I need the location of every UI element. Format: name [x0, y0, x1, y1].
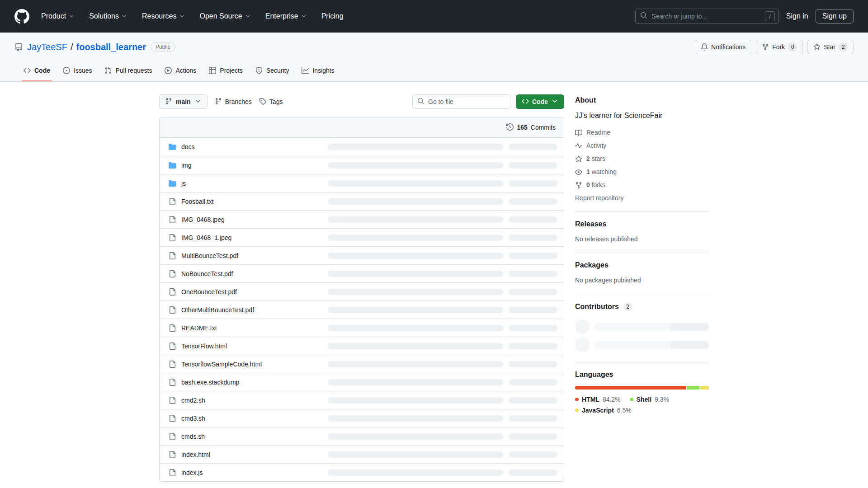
tab-projects[interactable]: Projects: [203, 60, 249, 81]
file-name-link[interactable]: docs: [181, 143, 195, 150]
branch-selector[interactable]: main: [159, 94, 208, 109]
button-label: Star: [824, 43, 835, 51]
file-row[interactable]: README.txt: [160, 319, 564, 337]
global-search-input[interactable]: [651, 12, 761, 20]
go-to-file[interactable]: [412, 94, 510, 109]
file-name-link[interactable]: Foosball.txt: [181, 198, 214, 205]
file-name-link[interactable]: IMG_0468_1.jpeg: [181, 234, 231, 241]
sign-up-button[interactable]: Sign up: [816, 9, 854, 23]
tab-code[interactable]: Code: [17, 60, 57, 81]
file-name-link[interactable]: bash.exe.stackdump: [181, 379, 239, 386]
commit-date-skeleton: [509, 307, 557, 313]
file-name-link[interactable]: img: [181, 162, 192, 169]
file-name-link[interactable]: README.txt: [181, 324, 217, 332]
tag-icon: [259, 98, 266, 106]
repo-name-link[interactable]: foosball_learner: [76, 42, 146, 52]
file-row[interactable]: MultiBounceTest.pdf: [160, 246, 564, 264]
nav-solutions[interactable]: Solutions: [89, 9, 135, 24]
language-shell[interactable]: Shell9.3%: [630, 396, 669, 403]
tab-security[interactable]: Security: [249, 60, 296, 81]
file-row[interactable]: bash.exe.stackdump: [160, 373, 564, 391]
search-icon: [640, 12, 647, 21]
file-row[interactable]: index.js: [160, 463, 564, 481]
github-logo-icon[interactable]: [14, 9, 29, 24]
file-name-link[interactable]: NoBounceTest.pdf: [181, 270, 233, 277]
commit-date-skeleton: [509, 253, 557, 259]
language-segment-javascript: [700, 386, 709, 389]
tags-link[interactable]: Tags: [259, 98, 283, 106]
language-javascript[interactable]: JavaScript6.5%: [575, 407, 632, 414]
report-repository-link[interactable]: Report repository: [575, 194, 709, 202]
file-row[interactable]: js: [160, 174, 564, 192]
file-row[interactable]: TensorflowSampleCode.html: [160, 355, 564, 373]
file-name-link[interactable]: TensorflowSampleCode.html: [181, 361, 262, 368]
file-row[interactable]: TensorFlow.html: [160, 337, 564, 355]
tab-actions[interactable]: Actions: [158, 60, 203, 81]
commit-message-skeleton: [328, 325, 503, 331]
tab-pull-requests[interactable]: Pull requests: [98, 60, 158, 81]
commit-date-skeleton: [509, 235, 557, 241]
go-to-file-input[interactable]: [427, 98, 505, 106]
file-name-link[interactable]: TensorFlow.html: [181, 343, 227, 350]
nav-enterprise[interactable]: Enterprise: [265, 9, 314, 24]
commit-message-skeleton: [328, 198, 503, 205]
file-name-link[interactable]: MultiBounceTest.pdf: [181, 252, 238, 259]
about-readme-link[interactable]: Readme: [575, 128, 709, 137]
file-row[interactable]: NoBounceTest.pdf: [160, 264, 564, 282]
shield-icon: [255, 67, 263, 74]
fork-icon: [762, 43, 769, 51]
branches-link[interactable]: Branches: [215, 98, 252, 106]
file-name-link[interactable]: OneBounceTest.pdf: [181, 288, 237, 296]
language-html[interactable]: HTML84.2%: [575, 396, 621, 403]
fork-button[interactable]: Fork0: [756, 40, 803, 54]
nav-label: Enterprise: [265, 12, 298, 20]
file-row[interactable]: Foosball.txt: [160, 192, 564, 210]
about-forks-link[interactable]: 0 forks: [575, 180, 709, 190]
tab-issues[interactable]: Issues: [57, 60, 98, 81]
about-watching-link[interactable]: 1 watching: [575, 167, 709, 177]
file-row[interactable]: img: [160, 156, 564, 174]
about-activity-link[interactable]: Activity: [575, 141, 709, 150]
nav-resources[interactable]: Resources: [142, 9, 192, 24]
commit-date-skeleton: [509, 162, 557, 169]
file-row[interactable]: cmd2.sh: [160, 391, 564, 409]
file-name-link[interactable]: cmd3.sh: [181, 415, 205, 422]
file-row[interactable]: docs: [160, 138, 564, 156]
global-search[interactable]: /: [635, 9, 779, 24]
nav-product[interactable]: Product: [41, 9, 82, 24]
file-row[interactable]: index.html: [160, 445, 564, 463]
owner-link[interactable]: JayTeeSF: [27, 42, 67, 52]
file-row[interactable]: cmds.sh: [160, 427, 564, 445]
file-icon: [169, 198, 176, 205]
file-name-link[interactable]: index.js: [181, 469, 203, 476]
sign-in-link[interactable]: Sign in: [786, 12, 808, 20]
packages-section: Packages No packages published: [575, 253, 709, 294]
file-name-link[interactable]: cmd2.sh: [181, 397, 205, 404]
commit-message-skeleton: [328, 216, 503, 223]
contributors-count-badge: 2: [623, 302, 632, 311]
graph-icon: [302, 67, 309, 74]
file-row[interactable]: IMG_0468.jpeg: [160, 210, 564, 228]
tab-insights[interactable]: Insights: [295, 60, 340, 81]
nav-pricing[interactable]: Pricing: [321, 9, 351, 24]
notifications-button[interactable]: Notifications: [695, 40, 751, 54]
file-row[interactable]: cmd3.sh: [160, 409, 564, 427]
project-icon: [209, 67, 216, 74]
about-stars-link[interactable]: 2 stars: [575, 154, 709, 164]
about-section: About JJ's learner for ScienceFair Readm…: [575, 96, 709, 211]
file-row[interactable]: OtherMultiBounceTest.pdf: [160, 300, 564, 319]
file-name-link[interactable]: js: [181, 180, 186, 187]
nav-open-source[interactable]: Open Source: [199, 9, 258, 24]
commits-link[interactable]: 165 Commits: [506, 123, 556, 132]
file-name-link[interactable]: OtherMultiBounceTest.pdf: [181, 306, 254, 314]
file-name-link[interactable]: index.html: [181, 451, 210, 458]
star-button[interactable]: Star2: [807, 40, 854, 54]
commit-date-skeleton: [509, 325, 557, 331]
file-name-link[interactable]: cmds.sh: [181, 433, 205, 440]
file-row[interactable]: IMG_0468_1.jpeg: [160, 228, 564, 246]
code-button[interactable]: Code: [516, 94, 564, 109]
tab-label: Issues: [74, 67, 92, 74]
file-name-link[interactable]: IMG_0468.jpeg: [181, 216, 225, 223]
file-row[interactable]: OneBounceTest.pdf: [160, 282, 564, 300]
commit-message-skeleton: [328, 289, 503, 295]
